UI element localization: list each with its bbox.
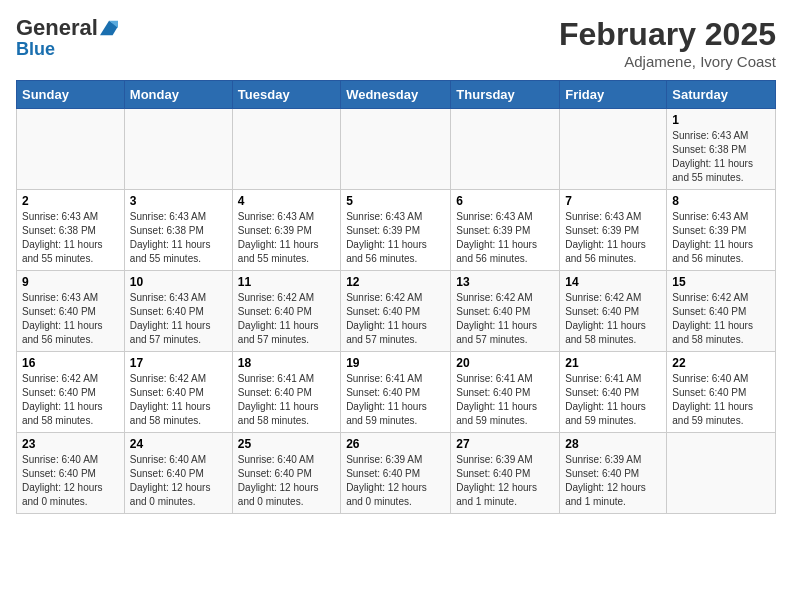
calendar-cell: 22Sunrise: 6:40 AM Sunset: 6:40 PM Dayli… <box>667 352 776 433</box>
day-number: 23 <box>22 437 119 451</box>
day-number: 6 <box>456 194 554 208</box>
page-title: February 2025 <box>559 16 776 53</box>
calendar-cell: 11Sunrise: 6:42 AM Sunset: 6:40 PM Dayli… <box>232 271 340 352</box>
calendar-cell: 15Sunrise: 6:42 AM Sunset: 6:40 PM Dayli… <box>667 271 776 352</box>
day-number: 16 <box>22 356 119 370</box>
day-info: Sunrise: 6:43 AM Sunset: 6:38 PM Dayligh… <box>672 129 770 185</box>
logo-icon <box>100 19 118 37</box>
calendar-cell: 23Sunrise: 6:40 AM Sunset: 6:40 PM Dayli… <box>17 433 125 514</box>
day-number: 9 <box>22 275 119 289</box>
day-info: Sunrise: 6:42 AM Sunset: 6:40 PM Dayligh… <box>22 372 119 428</box>
day-number: 18 <box>238 356 335 370</box>
logo: General Blue <box>16 16 118 60</box>
day-info: Sunrise: 6:41 AM Sunset: 6:40 PM Dayligh… <box>346 372 445 428</box>
day-info: Sunrise: 6:43 AM Sunset: 6:39 PM Dayligh… <box>238 210 335 266</box>
day-number: 1 <box>672 113 770 127</box>
day-info: Sunrise: 6:41 AM Sunset: 6:40 PM Dayligh… <box>456 372 554 428</box>
calendar-cell <box>232 109 340 190</box>
day-number: 24 <box>130 437 227 451</box>
day-number: 3 <box>130 194 227 208</box>
day-number: 21 <box>565 356 661 370</box>
calendar-week-row: 1Sunrise: 6:43 AM Sunset: 6:38 PM Daylig… <box>17 109 776 190</box>
logo-text-blue: Blue <box>16 40 55 60</box>
calendar-cell: 12Sunrise: 6:42 AM Sunset: 6:40 PM Dayli… <box>341 271 451 352</box>
calendar-header-row: SundayMondayTuesdayWednesdayThursdayFrid… <box>17 81 776 109</box>
calendar-cell: 19Sunrise: 6:41 AM Sunset: 6:40 PM Dayli… <box>341 352 451 433</box>
calendar-cell <box>560 109 667 190</box>
day-info: Sunrise: 6:39 AM Sunset: 6:40 PM Dayligh… <box>456 453 554 509</box>
day-info: Sunrise: 6:40 AM Sunset: 6:40 PM Dayligh… <box>22 453 119 509</box>
day-number: 12 <box>346 275 445 289</box>
calendar-cell <box>17 109 125 190</box>
column-header-wednesday: Wednesday <box>341 81 451 109</box>
calendar-cell: 17Sunrise: 6:42 AM Sunset: 6:40 PM Dayli… <box>124 352 232 433</box>
calendar-week-row: 16Sunrise: 6:42 AM Sunset: 6:40 PM Dayli… <box>17 352 776 433</box>
calendar-cell: 3Sunrise: 6:43 AM Sunset: 6:38 PM Daylig… <box>124 190 232 271</box>
calendar-table: SundayMondayTuesdayWednesdayThursdayFrid… <box>16 80 776 514</box>
day-info: Sunrise: 6:39 AM Sunset: 6:40 PM Dayligh… <box>565 453 661 509</box>
day-number: 14 <box>565 275 661 289</box>
day-number: 4 <box>238 194 335 208</box>
calendar-cell: 4Sunrise: 6:43 AM Sunset: 6:39 PM Daylig… <box>232 190 340 271</box>
calendar-cell: 28Sunrise: 6:39 AM Sunset: 6:40 PM Dayli… <box>560 433 667 514</box>
day-info: Sunrise: 6:40 AM Sunset: 6:40 PM Dayligh… <box>672 372 770 428</box>
column-header-sunday: Sunday <box>17 81 125 109</box>
column-header-monday: Monday <box>124 81 232 109</box>
calendar-week-row: 9Sunrise: 6:43 AM Sunset: 6:40 PM Daylig… <box>17 271 776 352</box>
title-block: February 2025 Adjamene, Ivory Coast <box>559 16 776 70</box>
logo-text-general: General <box>16 16 98 40</box>
day-info: Sunrise: 6:43 AM Sunset: 6:38 PM Dayligh… <box>130 210 227 266</box>
day-number: 22 <box>672 356 770 370</box>
day-number: 5 <box>346 194 445 208</box>
day-info: Sunrise: 6:42 AM Sunset: 6:40 PM Dayligh… <box>672 291 770 347</box>
calendar-cell <box>341 109 451 190</box>
day-number: 27 <box>456 437 554 451</box>
day-number: 10 <box>130 275 227 289</box>
day-number: 20 <box>456 356 554 370</box>
day-number: 2 <box>22 194 119 208</box>
day-info: Sunrise: 6:42 AM Sunset: 6:40 PM Dayligh… <box>346 291 445 347</box>
calendar-cell: 20Sunrise: 6:41 AM Sunset: 6:40 PM Dayli… <box>451 352 560 433</box>
day-info: Sunrise: 6:40 AM Sunset: 6:40 PM Dayligh… <box>130 453 227 509</box>
day-number: 11 <box>238 275 335 289</box>
day-number: 26 <box>346 437 445 451</box>
day-number: 15 <box>672 275 770 289</box>
calendar-cell: 10Sunrise: 6:43 AM Sunset: 6:40 PM Dayli… <box>124 271 232 352</box>
calendar-cell: 6Sunrise: 6:43 AM Sunset: 6:39 PM Daylig… <box>451 190 560 271</box>
page-header: General Blue February 2025 Adjamene, Ivo… <box>16 16 776 70</box>
day-info: Sunrise: 6:40 AM Sunset: 6:40 PM Dayligh… <box>238 453 335 509</box>
day-info: Sunrise: 6:43 AM Sunset: 6:38 PM Dayligh… <box>22 210 119 266</box>
calendar-cell: 13Sunrise: 6:42 AM Sunset: 6:40 PM Dayli… <box>451 271 560 352</box>
day-number: 25 <box>238 437 335 451</box>
day-info: Sunrise: 6:42 AM Sunset: 6:40 PM Dayligh… <box>238 291 335 347</box>
day-info: Sunrise: 6:42 AM Sunset: 6:40 PM Dayligh… <box>456 291 554 347</box>
day-number: 28 <box>565 437 661 451</box>
calendar-cell: 24Sunrise: 6:40 AM Sunset: 6:40 PM Dayli… <box>124 433 232 514</box>
day-info: Sunrise: 6:43 AM Sunset: 6:39 PM Dayligh… <box>565 210 661 266</box>
day-info: Sunrise: 6:39 AM Sunset: 6:40 PM Dayligh… <box>346 453 445 509</box>
calendar-cell: 25Sunrise: 6:40 AM Sunset: 6:40 PM Dayli… <box>232 433 340 514</box>
day-number: 19 <box>346 356 445 370</box>
day-info: Sunrise: 6:43 AM Sunset: 6:39 PM Dayligh… <box>456 210 554 266</box>
calendar-cell <box>124 109 232 190</box>
day-info: Sunrise: 6:42 AM Sunset: 6:40 PM Dayligh… <box>130 372 227 428</box>
calendar-cell: 2Sunrise: 6:43 AM Sunset: 6:38 PM Daylig… <box>17 190 125 271</box>
column-header-friday: Friday <box>560 81 667 109</box>
calendar-cell: 18Sunrise: 6:41 AM Sunset: 6:40 PM Dayli… <box>232 352 340 433</box>
calendar-cell <box>451 109 560 190</box>
day-info: Sunrise: 6:41 AM Sunset: 6:40 PM Dayligh… <box>238 372 335 428</box>
page-subtitle: Adjamene, Ivory Coast <box>559 53 776 70</box>
day-info: Sunrise: 6:43 AM Sunset: 6:40 PM Dayligh… <box>22 291 119 347</box>
calendar-cell: 1Sunrise: 6:43 AM Sunset: 6:38 PM Daylig… <box>667 109 776 190</box>
day-info: Sunrise: 6:43 AM Sunset: 6:39 PM Dayligh… <box>346 210 445 266</box>
day-number: 17 <box>130 356 227 370</box>
day-number: 8 <box>672 194 770 208</box>
day-info: Sunrise: 6:43 AM Sunset: 6:40 PM Dayligh… <box>130 291 227 347</box>
calendar-cell: 5Sunrise: 6:43 AM Sunset: 6:39 PM Daylig… <box>341 190 451 271</box>
day-info: Sunrise: 6:41 AM Sunset: 6:40 PM Dayligh… <box>565 372 661 428</box>
calendar-cell: 27Sunrise: 6:39 AM Sunset: 6:40 PM Dayli… <box>451 433 560 514</box>
column-header-saturday: Saturday <box>667 81 776 109</box>
day-number: 7 <box>565 194 661 208</box>
column-header-thursday: Thursday <box>451 81 560 109</box>
calendar-cell: 9Sunrise: 6:43 AM Sunset: 6:40 PM Daylig… <box>17 271 125 352</box>
